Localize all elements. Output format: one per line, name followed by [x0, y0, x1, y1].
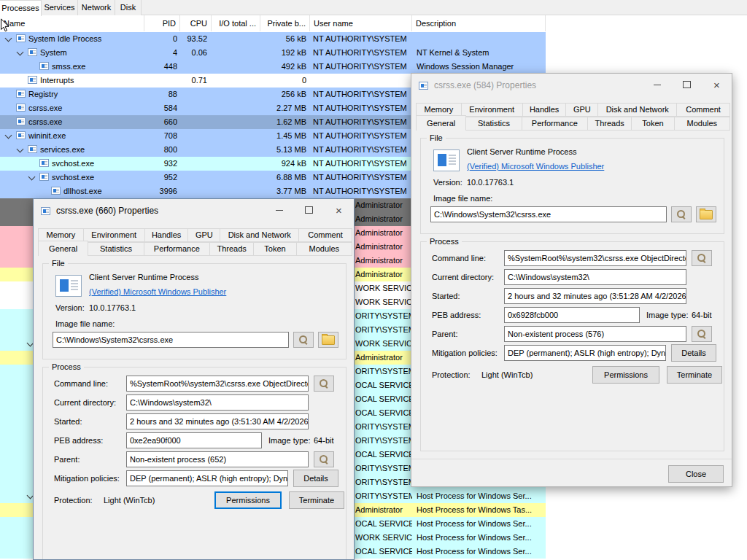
- tab-token[interactable]: Token: [631, 117, 674, 131]
- current-directory-field[interactable]: C:\Windows\system32\: [126, 394, 309, 411]
- terminate-button[interactable]: Terminate: [667, 366, 722, 384]
- process-pid: 88: [144, 88, 177, 101]
- command-line-field[interactable]: %SystemRoot%\system32\csrss.exe ObjectDi…: [126, 376, 309, 392]
- tab-statistics[interactable]: Statistics: [88, 242, 144, 256]
- close-window-button[interactable]: ×: [324, 199, 354, 221]
- started-field[interactable]: 2 hours and 32 minutes ago (3:51:28 AM 4…: [504, 288, 686, 304]
- column-header-pid[interactable]: PID: [144, 15, 180, 31]
- verified-publisher-link[interactable]: (Verified) Microsoft Windows Publisher: [89, 284, 226, 300]
- tab-processes[interactable]: Processes: [0, 0, 42, 16]
- open-folder-button[interactable]: [696, 206, 716, 222]
- table-row[interactable]: System Idle Process093.5256 kBNT AUTHORI…: [0, 32, 546, 46]
- tab-gpu[interactable]: GPU: [187, 228, 220, 242]
- process-user-name: Administrator: [355, 254, 412, 268]
- mitigation-policies-field[interactable]: DEP (permanent); ASLR (high entropy); Dy…: [126, 470, 288, 486]
- tab-gpu[interactable]: GPU: [565, 103, 598, 117]
- process-user-name: NT AUTHORITY\SYSTEM: [313, 184, 409, 198]
- chevron-down-icon[interactable]: [5, 35, 12, 42]
- details-button[interactable]: Details: [293, 470, 338, 487]
- command-line-field[interactable]: %SystemRoot%\system32\csrss.exe ObjectDi…: [504, 250, 686, 266]
- tab-network[interactable]: Network: [78, 0, 115, 15]
- parent-field[interactable]: Non-existent process (576): [504, 326, 686, 342]
- started-field[interactable]: 2 hours and 32 minutes ago (3:51:30 AM 4…: [126, 413, 309, 429]
- tab-services[interactable]: Services: [42, 0, 78, 15]
- search-image-button[interactable]: [671, 206, 692, 222]
- process-description: Host Process for Windows Ser...: [417, 517, 544, 531]
- maximize-icon: [305, 206, 313, 214]
- process-io-total: [212, 60, 257, 74]
- image-file-name-label: Image file name:: [55, 316, 115, 332]
- close-button[interactable]: Close: [668, 465, 724, 483]
- process-name: svchost.exe: [52, 171, 144, 184]
- table-row[interactable]: smss.exe448492 kBNT AUTHORITY\SYSTEMWind…: [0, 60, 546, 74]
- process-icon: [28, 48, 37, 56]
- search-parent-button[interactable]: [692, 326, 712, 342]
- dialog-tabs: MemoryEnvironmentHandlesGPUDisk and Netw…: [416, 103, 729, 131]
- mouse-cursor: [0, 18, 9, 33]
- chevron-down-icon[interactable]: [5, 132, 12, 139]
- tab-general[interactable]: General: [38, 241, 88, 256]
- column-header-user-name[interactable]: User name: [310, 15, 412, 31]
- column-header-io-total[interactable]: I/O total ...: [212, 15, 260, 31]
- open-folder-button[interactable]: [318, 332, 338, 348]
- image-type-label: Image type:: [268, 432, 310, 448]
- image-file-name-field[interactable]: C:\Windows\System32\csrss.exe: [53, 332, 289, 348]
- maximize-button[interactable]: [294, 199, 324, 221]
- process-pid: 708: [144, 129, 177, 143]
- column-header-description[interactable]: Description: [412, 15, 546, 31]
- peb-address-field[interactable]: 0x6928fcb000: [504, 307, 640, 323]
- search-parent-button[interactable]: [314, 451, 334, 467]
- tab-comment[interactable]: Comment: [298, 228, 352, 242]
- tab-handles[interactable]: Handles: [144, 228, 189, 242]
- image-type-value: 64-bit: [314, 432, 334, 448]
- minimize-button[interactable]: [642, 74, 672, 96]
- process-user-name: OCAL SERVICE: [355, 545, 412, 559]
- minimize-button[interactable]: [264, 199, 294, 221]
- tab-comment[interactable]: Comment: [676, 103, 730, 117]
- search-command-button[interactable]: [314, 376, 334, 392]
- permissions-button[interactable]: Permissions: [592, 366, 659, 384]
- terminate-button[interactable]: Terminate: [289, 491, 344, 509]
- column-header-private-bytes[interactable]: Private b...: [260, 15, 310, 31]
- chevron-down-icon[interactable]: [28, 174, 36, 181]
- tab-environment[interactable]: Environment: [83, 228, 145, 242]
- search-command-button[interactable]: [692, 250, 712, 266]
- process-user-name: ORITY\SYSTEM: [355, 365, 412, 378]
- tab-environment[interactable]: Environment: [461, 103, 523, 117]
- process-name: Registry: [28, 88, 144, 101]
- chevron-down-icon[interactable]: [17, 49, 24, 56]
- search-image-button[interactable]: [293, 332, 314, 348]
- column-header-cpu[interactable]: CPU: [180, 15, 212, 31]
- tab-statistics[interactable]: Statistics: [465, 117, 522, 131]
- mitigation-policies-label: Mitigation policies:: [54, 470, 120, 486]
- tab-disk-and-network[interactable]: Disk and Network: [220, 228, 299, 242]
- tab-performance[interactable]: Performance: [522, 117, 588, 131]
- peb-address-field[interactable]: 0xe2ea90f000: [126, 432, 262, 448]
- mitigation-policies-field[interactable]: DEP (permanent); ASLR (high entropy); Dy…: [504, 345, 666, 361]
- close-window-button[interactable]: ×: [702, 74, 732, 96]
- maximize-button[interactable]: [672, 74, 702, 96]
- tab-performance[interactable]: Performance: [144, 242, 210, 256]
- process-name: csrss.exe: [28, 101, 144, 115]
- process-description: Host Process for Windows Tas...: [417, 503, 544, 517]
- parent-field[interactable]: Non-existent process (652): [126, 451, 309, 467]
- current-directory-field[interactable]: C:\Windows\system32\: [504, 269, 686, 285]
- table-row[interactable]: System40.06192 kBNT AUTHORITY\SYSTEMNT K…: [0, 46, 546, 60]
- tab-disk-and-network[interactable]: Disk and Network: [597, 103, 677, 117]
- details-button[interactable]: Details: [671, 344, 716, 362]
- tab-modules[interactable]: Modules: [674, 117, 730, 131]
- process-name: wininit.exe: [28, 129, 144, 143]
- image-file-name-field[interactable]: C:\Windows\System32\csrss.exe: [430, 206, 667, 222]
- column-header-name[interactable]: Name: [0, 15, 144, 31]
- permissions-button[interactable]: Permissions: [214, 491, 282, 509]
- tab-general[interactable]: General: [416, 115, 466, 131]
- tab-threads[interactable]: Threads: [587, 117, 632, 131]
- tab-disk[interactable]: Disk: [115, 0, 142, 15]
- process-pid: 448: [144, 60, 177, 74]
- tab-token[interactable]: Token: [253, 242, 296, 256]
- tab-threads[interactable]: Threads: [209, 242, 254, 256]
- chevron-down-icon[interactable]: [17, 146, 24, 153]
- tab-modules[interactable]: Modules: [296, 242, 352, 256]
- tab-handles[interactable]: Handles: [522, 103, 567, 117]
- verified-publisher-link[interactable]: (Verified) Microsoft Windows Publisher: [467, 158, 604, 174]
